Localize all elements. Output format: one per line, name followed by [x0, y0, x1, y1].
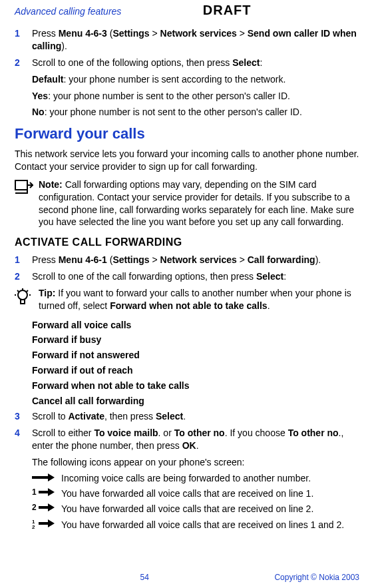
text: : your phone number is not sent to the o… [45, 107, 302, 117]
text: : [283, 271, 286, 282]
svg-text:1: 1 [32, 487, 37, 497]
step-body: Scroll to either To voice mailb. or To o… [32, 427, 359, 452]
text: > [150, 254, 160, 265]
svg-line-7 [27, 290, 28, 292]
note-label: Note: [39, 179, 63, 190]
step-body: Scroll to one of the call forwarding opt… [32, 270, 359, 283]
label: Forward when not able to take calls [110, 300, 268, 311]
menu-path: Menu 4-6-3 [59, 28, 107, 39]
step-number: 2 [15, 270, 32, 283]
icons-intro: The following icons appear on your phone… [32, 456, 359, 469]
text: > [237, 254, 248, 265]
step-row: 1 Press Menu 4-6-1 (Settings > Network s… [15, 254, 359, 266]
tip-body: Tip: If you want to forward your calls t… [39, 287, 359, 312]
text: > [237, 28, 248, 39]
text: . If you choose [225, 428, 288, 438]
svg-rect-15 [39, 522, 49, 525]
text: ). [61, 41, 67, 51]
forward-line1-icon: 1 [32, 487, 61, 500]
step-row: 3 Scroll to Activate, then press Select. [15, 410, 359, 423]
page-footer: 54 Copyright © Nokia 2003 [15, 572, 359, 583]
text: ). [315, 254, 321, 265]
label: Activate [68, 411, 104, 422]
text: Press [32, 254, 59, 265]
label: Select [232, 57, 260, 68]
text: . [183, 411, 186, 422]
option-line: Default: your phone number is sent accor… [32, 73, 359, 86]
heading-forward-calls: Forward your calls [15, 124, 359, 144]
note-body: Note: Call forwarding options may vary, … [39, 178, 359, 229]
step-row: 1 Press Menu 4-6-3 (Settings > Network s… [15, 27, 359, 53]
text: You have forwarded all voice calls that … [61, 503, 359, 515]
forward-line12-icon: 12 [32, 518, 61, 532]
step-row: 2 Scroll to one of the call forwarding o… [15, 270, 359, 283]
text: Scroll to [32, 411, 68, 422]
forward-option: Forward if out of reach [32, 364, 359, 377]
intro-paragraph: This network service lets you forward yo… [15, 148, 359, 173]
option-line: Yes: your phone number is sent to the ot… [32, 90, 359, 103]
svg-rect-0 [15, 180, 27, 190]
label: No [32, 107, 45, 117]
option-line: No: your phone number is not sent to the… [32, 106, 359, 119]
text: . [196, 440, 199, 451]
step-row: 4 Scroll to either To voice mailb. or To… [15, 427, 359, 452]
svg-text:2: 2 [32, 524, 35, 529]
text: You have forwarded all voice calls that … [61, 487, 359, 500]
label: Settings [112, 28, 149, 39]
label: To other no [288, 428, 339, 438]
text: : your phone number is sent according to… [63, 74, 285, 85]
label: To other no [174, 428, 225, 438]
menu-path: Menu 4-6-1 [59, 254, 107, 265]
text: Scroll to either [32, 428, 94, 438]
note-block: Note: Call forwarding options may vary, … [15, 178, 359, 229]
icon-row: 12 You have forwarded all voice calls th… [32, 518, 359, 532]
text: > [150, 28, 160, 39]
copyright: Copyright © Nokia 2003 [274, 572, 359, 583]
icon-row: 2 You have forwarded all voice calls tha… [32, 503, 359, 515]
label: Default [32, 74, 63, 85]
text: You have forwarded all voice calls that … [61, 519, 359, 531]
tip-icon [15, 287, 39, 312]
label: Network services [160, 28, 237, 39]
draft-watermark: DRAFT [94, 1, 359, 19]
svg-rect-12 [39, 506, 49, 509]
svg-point-1 [18, 290, 27, 300]
label: OK [182, 440, 196, 451]
step-number: 2 [15, 57, 32, 69]
forward-option: Forward when not able to take calls [32, 380, 359, 392]
svg-text:2: 2 [32, 503, 37, 512]
step-number: 1 [15, 27, 32, 53]
label: Settings [112, 254, 149, 265]
svg-rect-2 [21, 300, 25, 304]
text: . or [158, 428, 174, 438]
step-row: 2 Scroll to one of the following options… [15, 57, 359, 69]
svg-rect-8 [32, 476, 49, 479]
step-body: Press Menu 4-6-1 (Settings > Network ser… [32, 254, 359, 266]
label: Call forwarding [248, 254, 315, 265]
icon-row: Incoming voice calls are being forwarded… [32, 472, 359, 485]
text: Incoming voice calls are being forwarded… [61, 472, 359, 485]
forward-line2-icon: 2 [32, 503, 61, 515]
step-number: 1 [15, 254, 32, 266]
page-number: 54 [140, 572, 149, 583]
heading-activate: ACTIVATE CALL FORWARDING [15, 235, 359, 250]
icon-row: 1 You have forwarded all voice calls tha… [32, 487, 359, 500]
page-header: Advanced calling features DRAFT [15, 0, 359, 19]
text: Press [32, 28, 59, 39]
forward-icon [32, 472, 61, 485]
tip-block: Tip: If you want to forward your calls t… [15, 287, 359, 312]
text: Scroll to one of the following options, … [32, 57, 232, 68]
svg-rect-10 [39, 491, 49, 493]
label: To voice mailb [94, 428, 158, 438]
step-number: 3 [15, 410, 32, 423]
note-icon [15, 178, 39, 229]
text: : your phone number is sent to the other… [48, 91, 290, 101]
step-body: Scroll to one of the following options, … [32, 57, 359, 69]
tip-label: Tip: [39, 288, 55, 298]
forward-option: Forward all voice calls [32, 319, 359, 332]
forward-option: Forward if not answered [32, 349, 359, 362]
step-number: 4 [15, 427, 32, 452]
text: Scroll to one of the call forwarding opt… [32, 271, 256, 282]
text: Call forwarding options may vary, depend… [39, 179, 354, 228]
label: Select [156, 411, 183, 422]
